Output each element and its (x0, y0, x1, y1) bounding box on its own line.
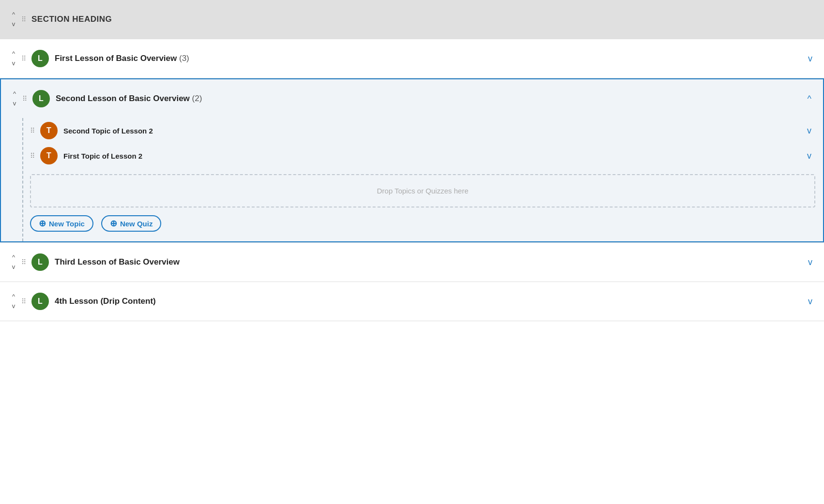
topic-2-drag-handle[interactable]: ⠿ (30, 152, 35, 160)
lesson-4-chevron[interactable]: v (804, 295, 816, 309)
new-quiz-button[interactable]: ⊕ New Quiz (101, 215, 162, 232)
lesson-1-chevron[interactable]: v (804, 52, 816, 66)
lesson-4-avatar: L (31, 293, 49, 310)
course-list: ^ v ⠿ SECTION HEADING ^ v ⠿ L First Less… (0, 0, 824, 321)
section-up-btn[interactable]: ^ (10, 10, 17, 19)
lesson-4-block: ^ v ⠿ L 4th Lesson (Drip Content) v (0, 282, 824, 321)
lesson-1-up-btn[interactable]: ^ (10, 49, 17, 59)
lesson-3-title: Third Lesson of Basic Overview (55, 257, 804, 267)
lesson-1-row: ^ v ⠿ L First Lesson of Basic Overview (… (0, 39, 824, 78)
topic-1-title: Second Topic of Lesson 2 (63, 127, 803, 135)
lesson-4-up-btn[interactable]: ^ (10, 292, 17, 301)
drop-zone: Drop Topics or Quizzes here (30, 174, 815, 208)
new-topic-label: New Topic (49, 220, 85, 228)
topic-1-avatar: T (40, 122, 58, 139)
lesson-3-drag-handle[interactable]: ⠿ (21, 258, 27, 266)
lesson-4-drag-handle[interactable]: ⠿ (21, 297, 27, 305)
lesson-1-down-btn[interactable]: v (10, 59, 17, 68)
lesson-2-title: Second Lesson of Basic Overview (2) (56, 94, 804, 104)
lesson-3-block: ^ v ⠿ L Third Lesson of Basic Overview v (0, 243, 824, 282)
new-quiz-plus-icon: ⊕ (110, 219, 117, 228)
lesson-3-down-btn[interactable]: v (10, 262, 17, 272)
lesson-2-top-bar: ^ v ⠿ L Second Lesson of Basic Overview … (1, 79, 823, 118)
lesson-4-down-btn[interactable]: v (10, 301, 17, 311)
new-quiz-label: New Quiz (120, 220, 153, 228)
lesson-2-avatar: L (32, 90, 50, 107)
topic-1-drag-handle[interactable]: ⠿ (30, 127, 35, 134)
add-buttons-area: ⊕ New Topic ⊕ New Quiz (30, 213, 815, 234)
topic-2-title: First Topic of Lesson 2 (63, 152, 803, 160)
lesson-4-row: ^ v ⠿ L 4th Lesson (Drip Content) v (0, 282, 824, 321)
lesson-2-down-btn[interactable]: v (11, 99, 18, 108)
topic-2-avatar: T (40, 147, 58, 164)
lesson-2-arrow-col: ^ v (9, 89, 20, 108)
section-heading-row: ^ v ⠿ SECTION HEADING (0, 0, 824, 39)
lesson-2-chevron[interactable]: ^ (804, 92, 815, 106)
section-arrow-col: ^ v (8, 10, 19, 29)
new-topic-button[interactable]: ⊕ New Topic (30, 215, 93, 232)
section-heading-block: ^ v ⠿ SECTION HEADING (0, 0, 824, 39)
topic-2-chevron[interactable]: v (803, 149, 815, 163)
lesson-2-block: ^ v ⠿ L Second Lesson of Basic Overview … (0, 78, 824, 243)
topic-row-1: ⠿ T Second Topic of Lesson 2 v (30, 118, 815, 143)
lesson-4-arrow-col: ^ v (8, 292, 19, 311)
lesson-3-row: ^ v ⠿ L Third Lesson of Basic Overview v (0, 243, 824, 282)
new-topic-plus-icon: ⊕ (39, 219, 46, 228)
lesson-2-children: ⠿ T Second Topic of Lesson 2 v ⠿ T First… (1, 118, 823, 241)
lesson-2-expanded: ^ v ⠿ L Second Lesson of Basic Overview … (0, 78, 824, 242)
lesson-1-title: First Lesson of Basic Overview (3) (55, 54, 804, 63)
topic-row-2: ⠿ T First Topic of Lesson 2 v (30, 143, 815, 168)
lesson-1-block: ^ v ⠿ L First Lesson of Basic Overview (… (0, 39, 824, 78)
lesson-2-drag-handle[interactable]: ⠿ (22, 95, 28, 103)
section-heading-title: SECTION HEADING (31, 15, 112, 24)
lesson-3-chevron[interactable]: v (804, 255, 816, 269)
lesson-2-up-btn[interactable]: ^ (11, 89, 18, 99)
lesson-3-arrow-col: ^ v (8, 252, 19, 271)
lesson-3-up-btn[interactable]: ^ (10, 252, 17, 262)
topic-1-chevron[interactable]: v (803, 124, 815, 138)
lesson-3-avatar: L (31, 253, 49, 271)
section-down-btn[interactable]: v (10, 19, 17, 29)
section-drag-handle[interactable]: ⠿ (21, 15, 27, 23)
lesson-4-title: 4th Lesson (Drip Content) (55, 296, 804, 306)
lesson-1-arrow-col: ^ v (8, 49, 19, 68)
lesson-1-avatar: L (31, 50, 49, 67)
lesson-1-drag-handle[interactable]: ⠿ (21, 55, 27, 62)
